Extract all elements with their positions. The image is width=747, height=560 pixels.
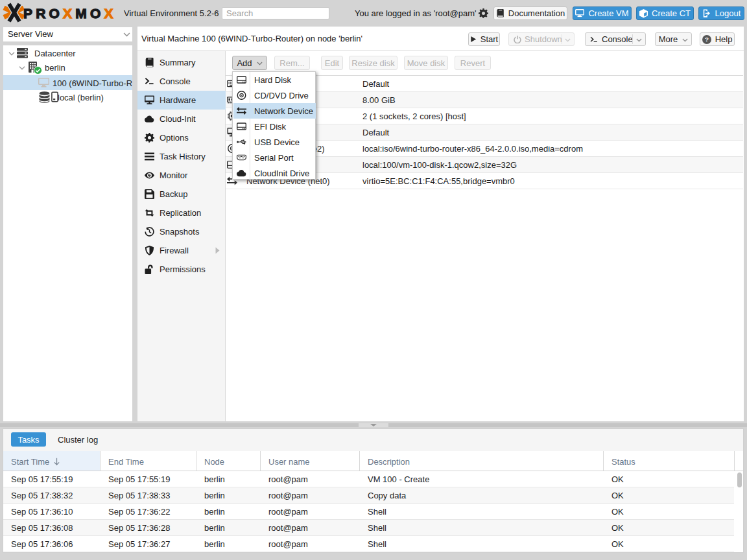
svg-text:?: ? (705, 36, 709, 43)
